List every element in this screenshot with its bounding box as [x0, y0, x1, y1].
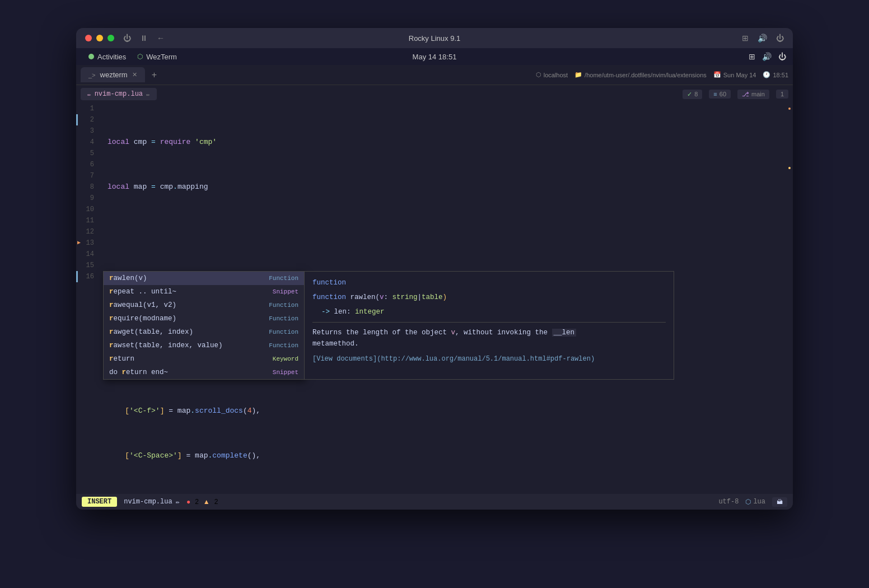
new-tab-button[interactable]: + — [148, 69, 160, 81]
line-num-10: 10 — [76, 204, 99, 215]
status-filename-area: nvim-cmp.lua ✏ — [124, 498, 180, 506]
ac-type-rawget: Function — [259, 326, 298, 338]
ac-item-rawlen[interactable]: rawlen(v) Function — [104, 272, 304, 285]
detail-fn-kw: function — [312, 293, 346, 301]
error-count: 2 — [195, 498, 199, 506]
plain-1: cmp — [129, 137, 151, 148]
fn-complete: complete — [212, 450, 247, 461]
detail-link-container: [View documents](http://www.lua.org/manu… — [312, 354, 666, 365]
plain-8b: (), — [247, 450, 260, 461]
wezterm-tab[interactable]: _> wezterm ✕ — [81, 67, 145, 82]
kw-local-2: local — [108, 181, 129, 193]
indent-8 — [108, 450, 125, 461]
branch-icon: ⎇ — [742, 91, 749, 98]
fn-require: require — [160, 137, 191, 148]
dot-2: . — [173, 181, 177, 193]
minimize-button[interactable] — [96, 35, 103, 41]
ac-item-return[interactable]: return Keyword — [104, 352, 304, 366]
speaker-icon[interactable]: 🔊 — [762, 52, 772, 61]
wezterm-menu-item[interactable]: ⬡ WezTerm — [132, 50, 183, 63]
line-num-3: 3 — [76, 125, 99, 137]
str-cmp: 'cmp' — [195, 137, 217, 148]
warn-count: 2 — [214, 498, 218, 506]
ac-name-require: require(modname) — [109, 313, 255, 324]
time-info: 🕐 18:51 — [763, 71, 788, 78]
line-num-16: 16 — [76, 271, 99, 282]
tab-label: wezterm — [100, 71, 128, 79]
close-button[interactable] — [85, 35, 92, 41]
highlight-r: r — [109, 274, 114, 282]
line-num-2: 2 — [76, 114, 99, 125]
filetype-badge: ⬡ lua — [745, 498, 765, 506]
code-line-2: local map = cmp.mapping — [105, 181, 793, 193]
ac-item-rawequal[interactable]: rawequal(v1, v2) Function — [104, 298, 304, 312]
lines-icon: ≡ — [713, 91, 717, 97]
status-fname: nvim-cmp.lua — [124, 498, 172, 506]
code-editor[interactable]: 1 2 3 4 5 6 7 8 9 10 11 12 — [76, 103, 793, 494]
activities-dot — [88, 54, 94, 59]
terminal-window: ⏻ ⏸ ← Rocky Linux 9.1 ⊞ 🔊 ⏻ Activities ⬡… — [76, 28, 793, 510]
errors-count: 8 — [694, 91, 698, 97]
pause-icon[interactable]: ⏸ — [140, 34, 148, 43]
path-info: 📁 /home/utm-user/.dotfiles/nvim/lua/exte… — [574, 71, 707, 78]
file-tab[interactable]: ✏ nvim-cmp.lua ✏ — [81, 88, 157, 100]
host-icon: ⬡ — [536, 71, 541, 78]
gutter-dot-2 — [788, 167, 791, 169]
line-num-9: 9 — [76, 193, 99, 204]
ac-type-do-return: Snippet — [259, 367, 298, 378]
mapping: mapping — [177, 181, 208, 193]
line-num-14: 14 — [76, 249, 99, 260]
ac-item-rawset[interactable]: rawset(table, index, value) Function — [104, 339, 304, 352]
dot-7: . — [190, 405, 195, 417]
power-right-icon[interactable]: ⏻ — [776, 34, 784, 43]
grid-icon[interactable]: ⊞ — [749, 52, 755, 61]
autocomplete-list: rawlen(v) Function repeat .. until~ Snip… — [103, 271, 305, 380]
hostname: localhost — [544, 72, 568, 78]
power-menu-icon[interactable]: ⏻ — [778, 52, 786, 61]
ac-item-require[interactable]: require(modname) Function — [104, 312, 304, 325]
ac-item-rawget[interactable]: rawget(table, index) Function — [104, 325, 304, 339]
detail-desc: Returns the length of the object v, with… — [312, 327, 666, 349]
detail-view-docs[interactable]: [View documents] — [312, 355, 377, 363]
detail-function-kw: function — [312, 279, 346, 287]
audio-icon[interactable]: 🔊 — [758, 34, 767, 43]
fn-scroll2: scroll_docs — [195, 405, 243, 417]
highlight-r3: r — [109, 301, 114, 309]
detail-param-name: v — [380, 293, 384, 301]
tab-info-bar: ⬡ localhost 📁 /home/utm-user/.dotfiles/n… — [536, 71, 788, 78]
detail-paren: ) — [443, 293, 447, 301]
traffic-lights — [85, 35, 114, 41]
detail-return-name: len: — [330, 308, 355, 316]
tab-close-button[interactable]: ✕ — [132, 71, 137, 78]
lua-dot-icon: ⬡ — [745, 498, 751, 506]
detail-sig: function rawlen(v: string|table) — [312, 292, 666, 303]
mode-badge: INSERT — [82, 497, 117, 507]
highlight-r2: r — [109, 288, 114, 296]
bracket-7b: ] — [160, 405, 165, 417]
highlight-r4: r — [109, 315, 114, 323]
activities-menu-item[interactable]: Activities — [83, 50, 132, 63]
menubar-right: ⊞ 🔊 ⏻ — [749, 52, 786, 61]
right-gutter — [786, 103, 793, 494]
detail-param-type2: table — [422, 293, 443, 301]
status-bar: INSERT nvim-cmp.lua ✏ ● 2 ▲ 2 utf-8 ⬡ lu… — [76, 494, 793, 510]
detail-len-meta: __len — [552, 329, 577, 337]
tabbar: _> wezterm ✕ + ⬡ localhost 📁 /home/utm-u… — [76, 65, 793, 85]
power-icon[interactable]: ⏻ — [123, 34, 131, 43]
op-eq-1: = — [151, 137, 156, 148]
ac-item-do-return[interactable]: do return end~ Snippet — [104, 366, 304, 379]
wezterm-icon: ⬡ — [137, 53, 143, 60]
maximize-button[interactable] — [108, 35, 114, 41]
ac-name-rawset: rawset(table, index, value) — [109, 340, 255, 351]
rocky-badge: 🏔 — [772, 497, 787, 507]
code-line-7: ['<C-f>'] = map.scroll_docs(4), — [105, 405, 793, 417]
ac-item-repeat[interactable]: repeat .. until~ Snippet — [104, 285, 304, 298]
back-icon[interactable]: ← — [157, 34, 165, 43]
ac-name-return: return — [109, 353, 255, 365]
gutter-dot-1 — [788, 108, 791, 110]
errors-badge: ✓ 8 — [683, 90, 702, 99]
code-line-8: ['<C-Space>'] = map.complete(), — [105, 450, 793, 461]
activities-label: Activities — [97, 53, 126, 61]
display-icon[interactable]: ⊞ — [742, 34, 749, 43]
editor-container: ✏ nvim-cmp.lua ✏ ✓ 8 ≡ 60 ⎇ main — [76, 85, 793, 494]
